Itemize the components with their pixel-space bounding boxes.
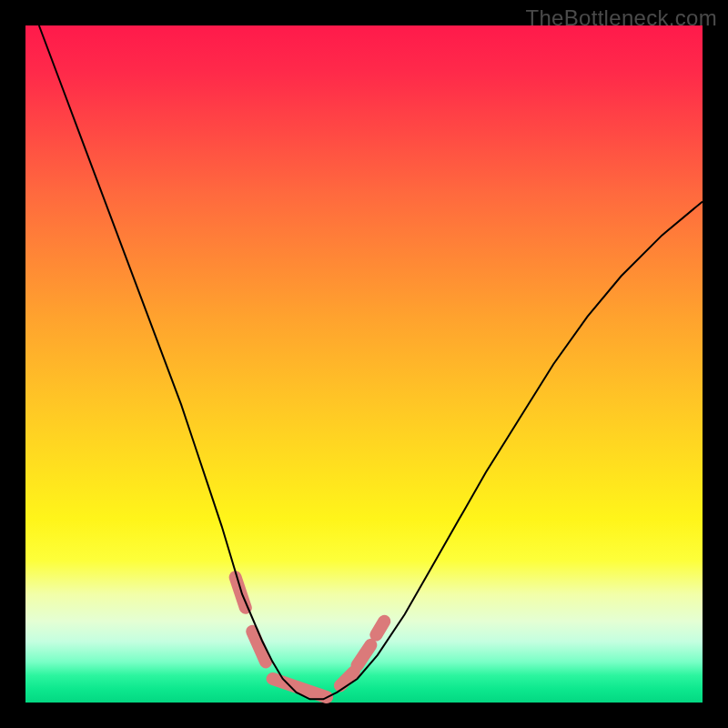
watermark-label: TheBottleneck.com (525, 5, 717, 31)
bottleneck-curve (39, 25, 703, 699)
marked-segment (340, 672, 354, 686)
chart-frame: TheBottleneck.com (0, 0, 728, 728)
marked-segment (376, 622, 384, 635)
marked-segment (252, 632, 266, 662)
marked-region (236, 577, 385, 697)
marked-segment (236, 577, 246, 607)
curve-layer (25, 25, 703, 703)
marked-segment (358, 645, 371, 665)
plot-area (25, 25, 703, 703)
